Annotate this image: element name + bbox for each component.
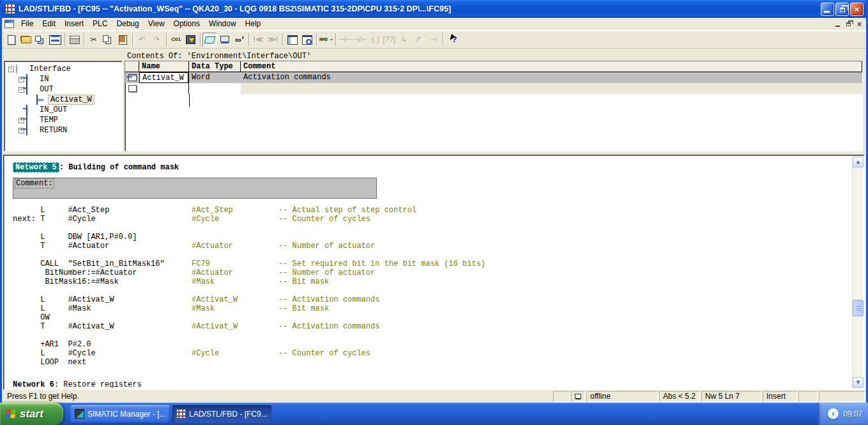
open-branch-icon[interactable]: ↳ [397,33,411,47]
code-line[interactable]: L #Activat_W #Activat_W -- Activation co… [13,295,852,304]
toolbar-separator [198,33,202,47]
menu-item[interactable]: Window [204,18,241,30]
mdi-close-button[interactable]: × [854,19,865,29]
monitor-glasses-icon[interactable]: ∞' [232,33,247,47]
redo-icon[interactable]: ↷ [149,33,164,47]
print-icon[interactable] [67,33,82,47]
code-line[interactable]: next: T #Cycle #Cycle -- Counter of cycl… [13,215,852,224]
declaration-row[interactable] [125,83,862,94]
network-5-header[interactable]: Network 5: Building of command mask [13,162,852,173]
symbol-info-icon[interactable]: HHO ⋯ [319,33,333,47]
code-line[interactable]: BitNumber:=#Actuator #Actuator -- Number… [13,268,852,277]
start-button[interactable]: start [0,403,63,425]
view-data-icon[interactable] [202,33,217,47]
code-line[interactable]: +AR1 P#2.0 [13,340,852,349]
box-icon[interactable]: [??] [382,33,397,47]
tray-collapse-icon[interactable]: ‹ [828,408,839,419]
manage-blocks-icon[interactable] [33,33,48,47]
menu-item[interactable]: View [144,18,169,30]
copy-icon[interactable] [101,33,116,47]
contact-no-icon[interactable]: ⊣⊢ [338,33,353,47]
menu-item[interactable]: Options [169,18,204,30]
code-line[interactable] [13,251,852,259]
code-line[interactable] [13,224,852,233]
save-icon[interactable] [48,33,63,47]
restore-button[interactable] [835,3,849,16]
new-icon[interactable] [4,33,19,47]
cell-name[interactable] [139,83,189,94]
tree-item[interactable]: + TEMP [4,115,122,125]
cell-data-type[interactable] [189,83,241,94]
prev-error-icon[interactable]: !≪ [251,33,266,47]
taskbar-task-button[interactable]: SIMATIC Manager - [... [71,405,170,423]
detail-window-icon[interactable] [300,33,314,47]
taskbar-task-button[interactable]: LAD/STL/FBD - [FC9... [172,405,271,423]
menu-item[interactable]: PLC [88,18,112,30]
tree-item[interactable]: - Interface [4,64,122,74]
menu-item[interactable]: Debug [112,18,143,30]
code-line[interactable]: LOOP next [13,358,852,367]
menu-item[interactable]: Help [241,18,266,30]
menu-item[interactable]: Insert [60,18,88,30]
network-comment-box[interactable]: Comment: [13,178,377,199]
connection-icon[interactable] [217,33,232,47]
scroll-up-icon[interactable]: ▲ [853,157,864,167]
tree-item[interactable]: Activat_W [4,95,122,105]
cell-comment[interactable]: Activation commands [241,72,862,83]
tree-item[interactable]: + IN [4,74,122,84]
tree-item[interactable]: - OUT [4,84,122,95]
network-6-label[interactable]: Network 6 [13,380,54,388]
close-branch-icon[interactable]: ↱ [411,33,426,47]
code-line[interactable] [13,286,852,295]
temp-icon [26,115,27,125]
next-error-icon[interactable]: ≫! [266,33,280,47]
tree-item[interactable]: + RETURN [4,125,122,135]
menu-item[interactable]: Edit [38,18,60,30]
download-icon[interactable] [183,33,198,47]
call-structure-icon[interactable]: C01 [169,33,183,47]
paste-icon[interactable] [116,33,130,47]
cell-comment[interactable] [241,83,862,94]
minimize-button[interactable] [821,3,834,16]
code-line[interactable]: T #Activat_W #Activat_W -- Activation co… [13,322,852,331]
cell-name[interactable]: Activat_W [139,72,189,83]
close-button[interactable]: × [850,3,864,16]
code-line[interactable]: L #Mask #Mask -- Bit mask [13,304,852,313]
declaration-row[interactable]: Activat_W Word Activation commands [125,72,862,83]
vertical-scrollbar[interactable]: ▲ ▼ [852,157,863,388]
code-line[interactable]: L #Act_Step #Act_Step -- Actual step of … [13,206,852,215]
scrollbar-thumb[interactable] [853,300,864,316]
minimize-icon [824,11,830,13]
tree-item[interactable]: IN_OUT [4,105,122,115]
help-icon[interactable]: ? [445,33,460,47]
cell-data-type[interactable]: Word [189,72,241,83]
code-line[interactable] [13,331,852,340]
undo-icon[interactable]: ↶ [135,33,149,47]
mdi-restore-button[interactable] [843,19,854,29]
code-line[interactable]: BitMask16:=#Mask #Mask -- Bit mask [13,277,852,286]
tree-expander[interactable]: - [8,66,14,72]
mdi-minimize-button[interactable] [832,19,843,29]
code-line[interactable]: L DBW [AR1,P#0.0] [13,233,852,242]
cut-icon[interactable]: ✂ [86,33,101,47]
connector-icon[interactable]: ⊣ [426,33,441,47]
toolbar-separator [333,33,338,47]
network-5-label[interactable]: Network 5 [13,162,59,173]
code-line[interactable]: T #Actuator #Actuator -- Number of actua… [13,242,852,251]
overview-icon[interactable] [285,33,300,47]
contact-nc-icon[interactable]: ⊣/⊢ [353,33,367,47]
scroll-down-icon[interactable]: ▼ [853,377,864,388]
coil-icon[interactable]: -( ) [367,33,382,47]
network-6-header[interactable]: Network 6: Restore registers [13,380,852,388]
interface-tree[interactable]: - Interface + IN - [4,61,123,151]
menu-item[interactable]: File [17,18,38,30]
code-line[interactable]: L #Cycle #Cycle -- Counter of cycles [13,349,852,358]
code-line[interactable]: CALL "SetBit_in_BitMask16" FC79 -- Set r… [13,259,852,268]
code-editor[interactable]: Network 5: Building of command mask Comm… [3,155,865,390]
mdi-child-icon[interactable] [4,20,14,28]
open-icon[interactable] [19,33,33,47]
interface-icon [16,64,17,74]
stl-code-area[interactable]: Network 5: Building of command mask Comm… [4,157,852,388]
code-line[interactable]: OW [13,313,852,322]
declaration-table[interactable]: Name Data Type Comment Activat_W Word Ac… [125,61,863,151]
